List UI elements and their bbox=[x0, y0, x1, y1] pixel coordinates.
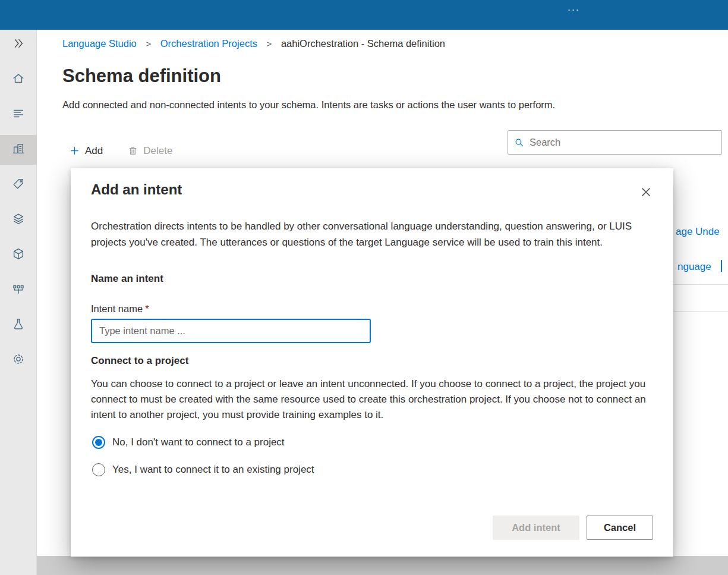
radio-option-label: Yes, I want to connect it to an existing… bbox=[112, 464, 314, 476]
radio-unselected-icon[interactable] bbox=[92, 463, 105, 476]
add-intent-dialog: Add an intent Orchestration directs inte… bbox=[71, 168, 673, 557]
dialog-actions: Add intent Cancel bbox=[493, 516, 653, 540]
breadcrumb-separator-icon: > bbox=[267, 39, 272, 49]
add-button-label: Add bbox=[85, 145, 103, 157]
flask-icon bbox=[12, 318, 25, 333]
document-lines-icon bbox=[12, 107, 25, 122]
sidebar-item-testing-deployments[interactable] bbox=[0, 310, 37, 340]
double-chevron-right-icon bbox=[12, 37, 25, 52]
breadcrumb-language-studio[interactable]: Language Studio bbox=[62, 38, 137, 49]
sidebar-item-settings[interactable] bbox=[0, 345, 37, 375]
radio-option-connect-existing[interactable]: Yes, I want to connect it to an existing… bbox=[92, 463, 314, 476]
add-intent-button[interactable]: Add intent bbox=[493, 516, 579, 540]
required-asterisk: * bbox=[145, 303, 149, 314]
delete-button[interactable]: Delete bbox=[128, 145, 172, 157]
add-button[interactable]: Add bbox=[70, 145, 103, 157]
page-title: Schema definition bbox=[62, 65, 221, 87]
breadcrumb-orchestration-projects[interactable]: Orchestration Projects bbox=[160, 38, 257, 49]
name-intent-section-header: Name an intent bbox=[91, 273, 163, 285]
home-icon bbox=[12, 72, 25, 87]
gear-icon bbox=[12, 353, 25, 368]
deploy-icon bbox=[12, 282, 25, 298]
top-app-bar: ... bbox=[0, 0, 728, 30]
page-subtitle: Add connected and non-connected intents … bbox=[62, 99, 555, 111]
intent-name-input[interactable] bbox=[91, 319, 371, 343]
left-nav-sidebar bbox=[0, 30, 37, 575]
connect-section-header: Connect to a project bbox=[91, 355, 188, 367]
radio-option-no-connect[interactable]: No, I don't want to connect to a project bbox=[92, 436, 285, 449]
toolbar: Add Delete bbox=[70, 139, 172, 163]
buildings-icon bbox=[12, 142, 25, 158]
search-input[interactable] bbox=[530, 137, 716, 148]
sidebar-item-deploying-model[interactable] bbox=[0, 275, 37, 305]
sidebar-item-model-performance[interactable] bbox=[0, 240, 37, 270]
breadcrumb-separator-icon: > bbox=[146, 39, 151, 49]
layers-icon bbox=[12, 212, 25, 228]
clipped-table-link[interactable]: age Unde bbox=[676, 226, 720, 238]
tag-icon bbox=[12, 177, 25, 193]
connect-section-description: You can choose to connect to a project o… bbox=[91, 376, 654, 423]
intent-name-label: Intent name* bbox=[91, 303, 149, 315]
radio-option-label: No, I don't want to connect to a project bbox=[112, 436, 285, 448]
sidebar-item-schema-definition[interactable] bbox=[0, 135, 37, 165]
dialog-description: Orchestration directs intents to be hand… bbox=[91, 218, 654, 250]
sidebar-expand-button[interactable] bbox=[0, 30, 37, 59]
table-footer-strip bbox=[37, 556, 728, 575]
radio-selected-icon[interactable] bbox=[92, 436, 105, 449]
trash-icon bbox=[128, 146, 138, 156]
clipped-table-link bbox=[721, 260, 722, 272]
plus-icon bbox=[70, 146, 80, 156]
table-row-divider bbox=[673, 311, 728, 312]
search-box bbox=[508, 130, 722, 155]
delete-button-label: Delete bbox=[143, 145, 172, 157]
search-icon bbox=[514, 137, 524, 147]
sidebar-item-training-jobs[interactable] bbox=[0, 205, 37, 235]
breadcrumb: Language Studio > Orchestration Projects… bbox=[62, 38, 445, 49]
table-row-divider bbox=[673, 284, 728, 285]
intent-name-label-text: Intent name bbox=[91, 303, 143, 314]
breadcrumb-current-page: aahiOrchestration - Schema definition bbox=[281, 38, 445, 49]
cancel-button[interactable]: Cancel bbox=[587, 516, 653, 540]
overflow-menu-icon[interactable]: ... bbox=[568, 1, 580, 14]
close-button[interactable] bbox=[638, 184, 654, 200]
clipped-table-link[interactable]: nguage bbox=[677, 261, 711, 273]
cube-icon bbox=[12, 247, 25, 263]
sidebar-item-overview[interactable] bbox=[0, 100, 37, 130]
close-icon bbox=[641, 187, 651, 197]
sidebar-item-data-labeling[interactable] bbox=[0, 170, 37, 200]
dialog-title: Add an intent bbox=[91, 181, 182, 198]
sidebar-item-home[interactable] bbox=[0, 65, 37, 95]
